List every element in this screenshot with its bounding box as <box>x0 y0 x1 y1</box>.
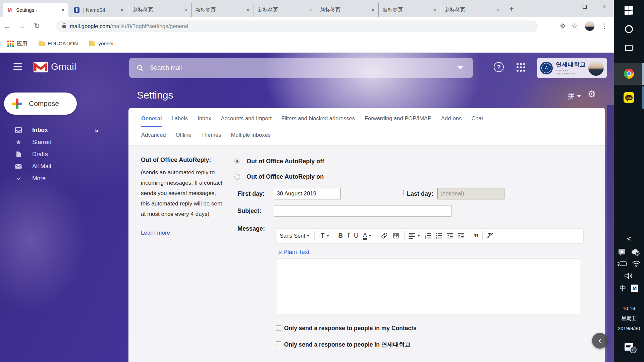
align-button[interactable] <box>409 233 420 239</box>
quote-button[interactable]: ” <box>474 236 478 239</box>
numbered-list-button[interactable]: 123 <box>425 233 431 239</box>
wifi-icon[interactable] <box>632 260 641 267</box>
browser-tab-new[interactable]: 新标签页 × <box>441 3 503 17</box>
taskbar-clock[interactable]: 10:18 星期五 2019/8/30 <box>614 303 644 334</box>
browser-tab-new[interactable]: 新标签页 × <box>129 3 191 17</box>
page-scrollbar[interactable] <box>607 105 614 362</box>
bulleted-list-button[interactable] <box>436 233 442 239</box>
window-minimize-button[interactable]: – <box>555 0 575 13</box>
tab-labels[interactable]: Labels <box>171 113 188 127</box>
tab-close-icon[interactable]: × <box>496 7 499 12</box>
outdent-button[interactable] <box>447 233 453 239</box>
font-family-dropdown[interactable]: Sans Serif <box>280 233 310 239</box>
tab-advanced[interactable]: Advanced <box>141 129 166 142</box>
tab-close-icon[interactable]: × <box>434 7 437 12</box>
reload-button[interactable]: ↻ <box>30 22 44 31</box>
insert-image-button[interactable] <box>392 232 400 239</box>
battery-icon[interactable] <box>617 261 627 267</box>
search-input[interactable] <box>150 64 458 71</box>
autoreply-on-radio[interactable] <box>234 174 240 180</box>
italic-button[interactable]: I <box>347 232 350 240</box>
hamburger-menu-icon[interactable] <box>13 63 22 70</box>
tab-forwarding[interactable]: Forwarding and POP/IMAP <box>364 113 432 127</box>
start-button[interactable] <box>614 3 644 17</box>
window-close-button[interactable]: × <box>594 0 614 13</box>
subject-input[interactable] <box>274 205 451 217</box>
tab-close-icon[interactable]: × <box>247 7 250 12</box>
action-center-button[interactable]: 6 <box>614 339 644 355</box>
first-day-input[interactable] <box>274 188 341 199</box>
browser-tab-new[interactable]: 新标签页 × <box>191 3 254 17</box>
tab-close-icon[interactable]: × <box>61 7 64 12</box>
insert-link-button[interactable] <box>381 232 388 239</box>
tab-close-icon[interactable]: × <box>184 7 187 12</box>
account-profile-card[interactable]: 연세대학교 YONSEI UNIVERSITY <box>537 58 607 78</box>
remove-formatting-button[interactable]: T <box>487 232 491 239</box>
tab-close-icon[interactable]: × <box>371 7 374 12</box>
forward-button[interactable]: → <box>15 22 30 31</box>
new-tab-button[interactable]: + <box>506 4 517 14</box>
bookmark-apps[interactable]: 应用 <box>7 40 27 47</box>
sidebar-item-all-mail[interactable]: All Mail <box>0 160 111 172</box>
gmail-search-bar[interactable] <box>129 58 473 78</box>
cortana-button[interactable] <box>614 22 644 36</box>
tab-close-icon[interactable]: × <box>309 7 312 12</box>
gmail-logo-icon[interactable] <box>34 62 48 74</box>
bookmark-folder-education[interactable]: EDUCATION <box>39 41 78 47</box>
tab-close-icon[interactable]: × <box>120 7 123 12</box>
text-color-button[interactable]: A <box>363 232 372 240</box>
back-button[interactable]: ← <box>0 22 15 31</box>
sidebar-item-inbox[interactable]: Inbox 5 <box>0 124 111 136</box>
ime-mode-indicator[interactable]: 中 <box>620 284 626 293</box>
tab-multiple-inboxes[interactable]: Multiple inboxes <box>230 129 271 142</box>
user-avatar[interactable] <box>588 60 604 76</box>
address-bar[interactable]: mail.google.com/mail/u/0/?ogbl#settings/… <box>56 20 538 32</box>
browser-tab-new[interactable]: 新标签页 × <box>378 3 441 17</box>
last-day-input[interactable] <box>437 188 504 199</box>
browser-tab-gmail-settings[interactable]: M Settings - × <box>3 3 68 17</box>
tab-general[interactable]: General <box>141 113 162 127</box>
task-view-button[interactable] <box>614 41 644 55</box>
sidebar-item-drafts[interactable]: Drafts <box>0 148 111 160</box>
tab-chat[interactable]: Chat <box>471 113 483 127</box>
org-only-checkbox[interactable] <box>276 341 281 346</box>
indent-button[interactable] <box>458 233 465 239</box>
message-body-textarea[interactable] <box>277 258 580 314</box>
autoreply-off-radio[interactable] <box>234 159 240 164</box>
learn-more-link[interactable]: Learn more <box>141 230 170 236</box>
sidebar-item-more[interactable]: More <box>0 172 111 184</box>
tab-filters[interactable]: Filters and blocked addresses <box>281 113 355 127</box>
floating-back-button[interactable]: ‹ <box>592 333 608 349</box>
search-options-chevron-icon[interactable] <box>458 66 463 69</box>
browser-menu-icon[interactable]: ⋮ <box>601 22 608 30</box>
bookmark-folder-yonsei[interactable]: yonsei <box>89 41 113 47</box>
sidebar-item-starred[interactable]: ★ Starred <box>0 136 111 148</box>
tab-accounts-and-import[interactable]: Accounts and Import <box>220 113 272 127</box>
extension-diamond-icon[interactable] <box>560 23 566 29</box>
taskbar-chrome-button[interactable] <box>614 63 644 85</box>
tray-expand-chevron[interactable]: < <box>614 233 644 244</box>
ime-keyboard-indicator[interactable]: M <box>631 285 638 292</box>
font-size-button[interactable]: тT <box>319 232 329 239</box>
settings-gear-icon[interactable]: ⚙ <box>588 89 596 100</box>
browser-profile-avatar[interactable] <box>585 21 595 31</box>
input-tools-button[interactable]: 拼 <box>568 92 581 101</box>
bookmark-star-icon[interactable]: ☆ <box>571 22 578 31</box>
browser-tab-namesilo[interactable]: | NameSil × <box>70 3 127 17</box>
help-icon[interactable]: ? <box>494 62 504 72</box>
tab-add-ons[interactable]: Add-ons <box>441 113 462 127</box>
plain-text-link[interactable]: « Plain Text <box>278 249 310 256</box>
google-apps-grid-icon[interactable] <box>517 63 525 72</box>
contacts-only-checkbox[interactable] <box>276 325 281 330</box>
speaker-icon[interactable] <box>624 272 634 280</box>
underline-button[interactable]: U <box>354 232 359 239</box>
onedrive-sync-icon[interactable] <box>631 248 640 256</box>
compose-button[interactable]: Compose <box>4 93 77 115</box>
tab-offline[interactable]: Offline <box>175 129 192 142</box>
tab-inbox[interactable]: Inbox <box>197 113 211 127</box>
app-badge-icon[interactable] <box>618 248 626 256</box>
taskbar-kakaotalk-button[interactable]: TALK <box>614 86 644 109</box>
tab-themes[interactable]: Themes <box>201 129 222 142</box>
browser-tab-new[interactable]: 新标签页 × <box>316 3 378 17</box>
last-day-checkbox[interactable] <box>399 190 404 195</box>
